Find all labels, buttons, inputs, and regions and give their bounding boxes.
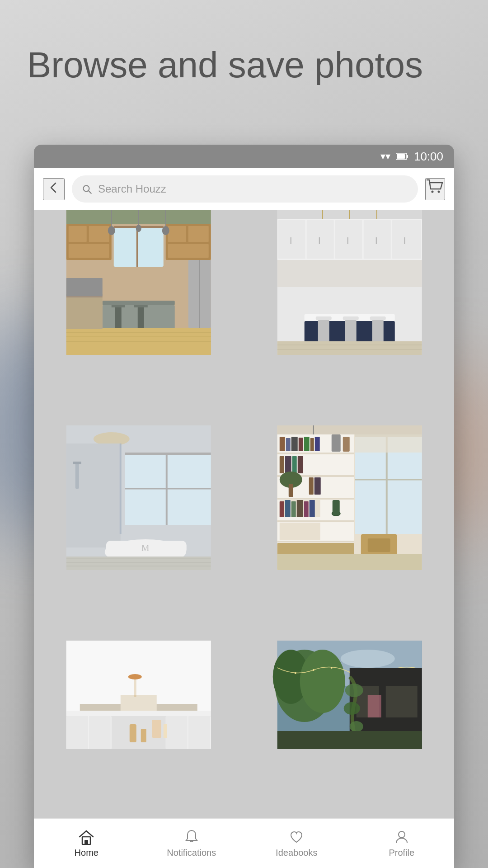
photo-kitchen1[interactable] <box>34 210 244 355</box>
svg-rect-140 <box>134 677 136 697</box>
svg-rect-105 <box>343 437 349 452</box>
photo-library[interactable] <box>245 425 455 570</box>
svg-point-141 <box>128 674 142 679</box>
svg-rect-9 <box>89 226 109 242</box>
svg-rect-77 <box>125 453 211 455</box>
nav-item-profile[interactable]: Profile <box>349 819 455 868</box>
svg-rect-97 <box>279 437 285 451</box>
svg-rect-152 <box>164 724 167 738</box>
svg-point-31 <box>136 225 141 232</box>
svg-rect-142 <box>66 711 211 716</box>
nav-item-notifications[interactable]: Notifications <box>139 819 244 868</box>
photo-kitchen2[interactable] <box>245 210 455 355</box>
svg-rect-38 <box>66 278 103 296</box>
svg-rect-129 <box>355 434 422 453</box>
svg-point-161 <box>330 667 332 669</box>
svg-rect-94 <box>277 498 354 500</box>
heart-icon <box>288 829 305 845</box>
svg-point-170 <box>343 702 360 715</box>
svg-rect-102 <box>310 438 314 451</box>
svg-rect-58 <box>277 260 422 287</box>
svg-rect-101 <box>304 437 309 451</box>
svg-point-160 <box>312 669 314 671</box>
nav-item-home[interactable]: Home <box>34 819 139 868</box>
svg-rect-98 <box>286 438 290 451</box>
search-placeholder: Search Houzz <box>98 183 166 195</box>
svg-rect-73 <box>120 443 122 534</box>
nav-label-home: Home <box>75 848 99 858</box>
svg-rect-74 <box>75 462 79 489</box>
photo-exterior[interactable] <box>245 641 455 749</box>
bottom-nav: Home Notifications Ideabooks Profile <box>34 818 454 868</box>
wifi-icon: ▾▾ <box>380 151 390 162</box>
svg-rect-18 <box>103 301 175 305</box>
svg-rect-167 <box>385 686 417 717</box>
svg-rect-149 <box>130 724 136 742</box>
svg-rect-92 <box>277 453 354 454</box>
svg-rect-111 <box>288 484 293 497</box>
photo-bathroom[interactable]: M <box>34 425 244 570</box>
svg-point-3 <box>432 190 434 193</box>
svg-point-33 <box>162 226 169 235</box>
svg-text:M: M <box>141 543 150 553</box>
svg-rect-122 <box>332 500 339 515</box>
svg-rect-104 <box>331 434 340 452</box>
svg-rect-139 <box>121 695 157 713</box>
svg-rect-151 <box>152 720 161 738</box>
svg-rect-99 <box>291 437 297 451</box>
svg-rect-88 <box>277 425 422 434</box>
svg-rect-148 <box>188 716 210 749</box>
svg-rect-107 <box>285 456 291 473</box>
svg-rect-51 <box>363 220 390 259</box>
status-bar: ▾▾ 10:00 <box>34 145 454 168</box>
svg-point-175 <box>399 831 405 838</box>
nav-label-ideabooks: Ideabooks <box>276 848 317 858</box>
svg-rect-11 <box>114 226 164 267</box>
svg-rect-17 <box>168 244 209 258</box>
svg-rect-108 <box>292 456 296 473</box>
svg-rect-147 <box>166 716 188 749</box>
svg-rect-131 <box>367 538 390 552</box>
svg-rect-2 <box>397 154 405 159</box>
svg-rect-115 <box>279 501 284 517</box>
svg-rect-144 <box>66 716 88 749</box>
svg-rect-22 <box>134 305 148 307</box>
svg-rect-120 <box>309 500 314 517</box>
search-box[interactable]: Search Houzz <box>72 175 418 203</box>
svg-rect-8 <box>69 226 87 242</box>
svg-rect-15 <box>168 226 186 242</box>
svg-rect-145 <box>89 716 111 749</box>
hero-text: Browse and save photos <box>27 45 461 85</box>
svg-rect-49 <box>306 220 333 259</box>
svg-rect-150 <box>141 729 146 742</box>
nav-item-ideabooks[interactable]: Ideabooks <box>244 819 349 868</box>
svg-rect-112 <box>309 477 313 495</box>
svg-rect-52 <box>392 220 421 259</box>
svg-rect-37 <box>66 297 103 329</box>
phone-frame: ▾▾ 10:00 Search Houzz <box>34 145 454 868</box>
svg-rect-75 <box>73 462 81 464</box>
battery-icon <box>396 153 408 160</box>
status-time: 10:00 <box>414 150 443 164</box>
svg-rect-174 <box>84 840 88 844</box>
svg-rect-50 <box>335 220 362 259</box>
svg-rect-132 <box>277 554 422 570</box>
svg-rect-118 <box>296 500 303 517</box>
svg-point-4 <box>438 190 440 193</box>
bell-icon <box>183 829 200 845</box>
svg-rect-106 <box>279 456 284 473</box>
cart-button[interactable] <box>425 178 445 200</box>
svg-point-29 <box>108 226 115 235</box>
svg-rect-20 <box>112 305 125 307</box>
svg-point-158 <box>300 650 345 713</box>
nav-label-notifications: Notifications <box>167 848 216 858</box>
svg-rect-96 <box>277 541 354 542</box>
search-icon <box>81 183 93 195</box>
svg-rect-67 <box>277 341 422 355</box>
svg-rect-109 <box>297 456 303 473</box>
back-button[interactable] <box>43 178 65 200</box>
svg-point-159 <box>294 672 296 674</box>
photo-white-kitchen2[interactable] <box>34 641 244 749</box>
person-icon <box>394 829 410 845</box>
svg-rect-63 <box>343 316 358 320</box>
